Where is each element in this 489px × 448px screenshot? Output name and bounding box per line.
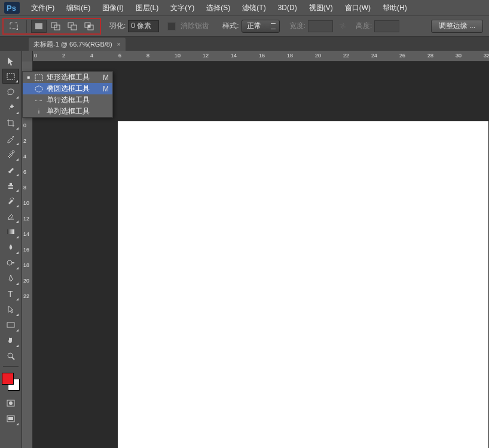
svg-point-24: [35, 86, 42, 92]
move-tool[interactable]: [2, 53, 19, 68]
dodge-tool[interactable]: [2, 255, 19, 270]
document-tab-bar: 未标题-1 @ 66.7%(RGB/8) ×: [0, 36, 489, 51]
gradient-tool[interactable]: [2, 224, 19, 239]
close-icon[interactable]: ×: [117, 41, 121, 48]
tool-panel: T: [0, 51, 22, 448]
menu-filter[interactable]: 滤镜(T): [236, 0, 271, 16]
heal-tool[interactable]: [2, 146, 19, 161]
style-label: 样式:: [222, 21, 239, 31]
svg-text:Ps: Ps: [7, 4, 16, 13]
svg-rect-2: [10, 23, 17, 29]
menu-layer[interactable]: 图层(L): [130, 0, 165, 16]
tab-title: 未标题-1 @ 66.7%(RGB/8): [33, 40, 112, 49]
ruler-origin[interactable]: [22, 51, 33, 62]
col-marquee-icon: [33, 108, 44, 115]
foreground-color-swatch[interactable]: [2, 373, 14, 385]
document-canvas[interactable]: [118, 121, 488, 448]
type-tool[interactable]: T: [2, 286, 19, 301]
separator: [26, 20, 27, 33]
menu-bar: Ps 文件(F) 编辑(E) 图像(I) 图层(L) 文字(Y) 选择(S) 滤…: [0, 0, 489, 16]
zoom-tool[interactable]: [2, 348, 19, 363]
pen-tool[interactable]: [2, 271, 19, 286]
menu-select[interactable]: 选择(S): [200, 0, 236, 16]
menu-window[interactable]: 窗口(W): [339, 0, 377, 16]
ellipse-marquee-icon: [33, 85, 44, 93]
menu-help[interactable]: 帮助(H): [377, 0, 413, 16]
highlighted-option-group: [2, 18, 101, 35]
height-input: [374, 20, 399, 32]
svg-text:T: T: [8, 289, 13, 299]
menu-edit[interactable]: 编辑(E): [60, 0, 96, 16]
svg-rect-23: [35, 75, 42, 81]
antialias-label: 消除锯齿: [181, 21, 209, 31]
stamp-tool[interactable]: [2, 177, 19, 192]
path-select-tool[interactable]: [2, 302, 19, 317]
feather-label: 羽化:: [109, 21, 126, 31]
row-marquee-icon: [33, 97, 44, 104]
width-input: [308, 20, 333, 32]
eraser-tool[interactable]: [2, 208, 19, 223]
selection-add-icon[interactable]: [48, 20, 63, 33]
width-label: 宽度:: [289, 21, 305, 31]
horizontal-ruler[interactable]: 02468101214161820222426283032: [22, 51, 489, 62]
menu-file[interactable]: 文件(F): [25, 0, 60, 16]
eyedropper-tool[interactable]: [2, 131, 19, 146]
swap-dimensions-icon: [338, 21, 349, 32]
document-tab[interactable]: 未标题-1 @ 66.7%(RGB/8) ×: [29, 38, 126, 51]
hand-tool[interactable]: [2, 333, 19, 348]
canvas-area[interactable]: [33, 62, 489, 448]
svg-point-20: [9, 401, 13, 405]
svg-rect-10: [88, 25, 90, 27]
marquee-flyout: ■ 矩形选框工具 M 椭圆选框工具 M 单行选框工具 单列选框工具: [22, 71, 113, 118]
feather-input[interactable]: [128, 20, 159, 32]
svg-rect-22: [8, 417, 13, 420]
color-swatches[interactable]: [2, 373, 20, 391]
marquee-tool[interactable]: [2, 69, 19, 84]
svg-rect-17: [7, 323, 14, 327]
menu-type[interactable]: 文字(Y): [164, 0, 200, 16]
flyout-rect-marquee[interactable]: ■ 矩形选框工具 M: [23, 72, 112, 83]
svg-point-15: [7, 260, 12, 265]
flyout-col-marquee[interactable]: 单列选框工具: [23, 106, 112, 117]
svg-rect-7: [71, 25, 77, 30]
menu-view[interactable]: 视图(V): [303, 0, 339, 16]
selection-intersect-icon[interactable]: [81, 20, 97, 33]
antialias-checkbox[interactable]: [167, 22, 176, 30]
svg-rect-3: [35, 23, 42, 29]
svg-point-18: [8, 353, 13, 358]
svg-rect-11: [7, 73, 14, 79]
quickmask-tool[interactable]: [2, 395, 19, 410]
height-label: 高度:: [356, 21, 372, 31]
checkmark-icon: ■: [26, 75, 31, 80]
rect-marquee-icon: [33, 74, 44, 81]
screen-mode-tool[interactable]: [2, 411, 19, 426]
work-area: T ■ 矩形选框工具 M 椭圆选框工具 M 单行选框工具: [0, 51, 489, 448]
options-bar: 羽化: 消除锯齿 样式: 正常 宽度: 高度: 调整边缘 ...: [0, 16, 489, 36]
selection-new-icon[interactable]: [31, 20, 47, 33]
brush-tool[interactable]: [2, 162, 19, 177]
flyout-row-marquee[interactable]: 单行选框工具: [23, 94, 112, 106]
menu-image[interactable]: 图像(I): [96, 0, 129, 16]
lasso-tool[interactable]: [2, 84, 19, 99]
svg-rect-14: [7, 229, 14, 234]
tool-preset-icon[interactable]: [7, 20, 22, 33]
crop-tool[interactable]: [2, 115, 19, 130]
rectangle-tool[interactable]: [2, 317, 19, 332]
menu-3d[interactable]: 3D(D): [272, 0, 303, 16]
selection-subtract-icon[interactable]: [65, 20, 80, 33]
blur-tool[interactable]: [2, 240, 19, 254]
style-select[interactable]: 正常: [242, 20, 280, 33]
history-brush-tool[interactable]: [2, 193, 19, 208]
refine-edge-button[interactable]: 调整边缘 ...: [431, 20, 483, 33]
wand-tool[interactable]: [2, 100, 19, 115]
svg-point-12: [12, 151, 14, 153]
vertical-ruler[interactable]: 0246810121416182022: [22, 62, 33, 448]
ps-logo: Ps: [4, 2, 20, 14]
flyout-ellipse-marquee[interactable]: 椭圆选框工具 M: [23, 83, 112, 94]
